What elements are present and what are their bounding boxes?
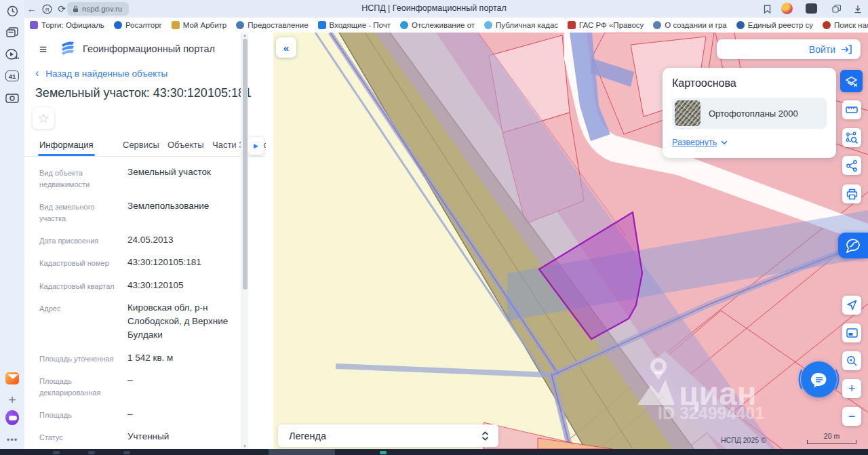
legend-label: Легенда [289, 431, 326, 441]
overview-map-button[interactable] [842, 323, 861, 342]
taskbar-icon[interactable] [53, 451, 60, 454]
browser-side-rail: 41 + ••• [0, 0, 24, 449]
coordinate-search-icon [846, 355, 857, 366]
bookmark-favicon [653, 21, 661, 29]
field-row: Кадастровый номер43:30:120105:181 [39, 256, 251, 269]
tabs-scroll-right-button[interactable]: ▶ [248, 137, 264, 155]
tabs-count-badge[interactable]: 41 [5, 69, 19, 83]
download-icon[interactable] [852, 3, 864, 15]
mail-icon[interactable] [5, 372, 19, 385]
basemap-title: Картооснова [672, 77, 827, 90]
panel-scrollbar[interactable]: ▲ ▼ [241, 33, 248, 449]
taskbar-active-app[interactable] [269, 449, 335, 455]
scale-bar: 20 m [807, 432, 856, 444]
ruler-icon [846, 106, 858, 114]
clear-layers-button[interactable] [840, 70, 863, 92]
extension-icon[interactable] [806, 3, 817, 14]
tab-services[interactable]: Сервисы [123, 140, 159, 150]
login-button[interactable]: Войти [717, 39, 861, 59]
bookmark-favicon [114, 21, 122, 29]
tab-information[interactable]: Информация [39, 140, 94, 150]
bookmark-flag-icon[interactable] [761, 3, 773, 15]
bookmark-item[interactable]: Росэлторг [114, 21, 162, 29]
bookmark-item[interactable]: О создании и гра [653, 21, 726, 29]
taskbar-icon[interactable] [123, 451, 130, 454]
basemap-panel: Картооснова Ортофотопланы 2000 Развернут… [663, 68, 836, 158]
screenshot-camera-icon[interactable] [5, 91, 19, 104]
print-button[interactable] [842, 184, 861, 203]
map-viewport[interactable]: циан ID 324994401 « Войти Картооснова Ор… [273, 33, 868, 449]
scroll-down-icon[interactable]: ▼ [243, 444, 247, 448]
scroll-up-icon[interactable]: ▲ [243, 33, 247, 37]
tab-objects[interactable]: Объекты [167, 140, 204, 150]
bookmark-item[interactable]: ГАС РФ «Правосу [568, 21, 644, 29]
zoom-in-button[interactable]: + [842, 379, 861, 398]
bookmark-item[interactable]: Торги: Официаль [30, 21, 104, 29]
portal-header: ≡ Геоинформационный портал [24, 39, 215, 58]
share-icon [846, 160, 857, 172]
bookmark-favicon [823, 21, 831, 29]
video-player-icon[interactable] [5, 47, 19, 61]
chevron-down-icon [721, 140, 728, 144]
bookmark-favicon [484, 21, 492, 29]
field-row: Кадастровый квартал43:30:120105 [39, 279, 251, 292]
taskbar-icon[interactable] [88, 451, 95, 454]
my-location-button[interactable] [842, 296, 861, 315]
chat-arcs-icon [796, 357, 842, 402]
area-search-icon [846, 132, 859, 144]
bookmark-favicon [318, 21, 326, 29]
measure-distance-button[interactable] [842, 100, 861, 119]
bookmark-favicon [400, 21, 408, 29]
favorite-star-button[interactable]: ☆ [33, 107, 54, 129]
chat-support-button[interactable] [801, 361, 837, 397]
alice-assistant-icon[interactable] [5, 411, 19, 424]
tab-title: НСПД | Геоинформационный портал [0, 3, 868, 13]
search-by-coordinates-button[interactable] [842, 351, 861, 370]
menu-icon[interactable]: ≡ [39, 43, 53, 56]
tabs-panel-icon[interactable] [830, 3, 842, 15]
attributes-list: Вид объекта недвижимостиЗемельный участо… [39, 165, 251, 449]
bookmark-item[interactable]: Входящие - Почт [318, 21, 391, 29]
measure-area-button[interactable] [842, 128, 861, 147]
zoom-out-button[interactable]: − [842, 407, 861, 426]
bookmarks-bar: Торги: Официаль Росэлторг Мой Арбитр Пре… [24, 18, 868, 33]
layers-off-icon [845, 75, 858, 87]
profile-avatar[interactable] [781, 3, 793, 14]
taskbar [0, 449, 868, 455]
bookmark-item[interactable]: Единый реестр су [736, 21, 813, 29]
field-row: Площадь декларированная– [39, 374, 251, 399]
scrollbar-thumb[interactable] [243, 39, 248, 290]
legend-bar[interactable]: Легенда [278, 424, 498, 447]
basemap-expand-link[interactable]: Развернуть [672, 138, 827, 147]
bookmark-item[interactable]: Предоставление [236, 21, 308, 29]
basemap-layer-item[interactable]: Ортофотопланы 2000 [672, 98, 827, 129]
chevron-left-icon: ‹ [35, 68, 39, 79]
field-row: СтатусУчтенный [39, 430, 251, 443]
bookmark-favicon [568, 21, 576, 29]
login-icon [841, 45, 852, 54]
bookmark-item[interactable]: Поиск наследстве [823, 21, 868, 29]
field-row: Дата присвоения24.05.2013 [39, 233, 251, 247]
collapse-panel-button[interactable]: « [276, 37, 296, 58]
field-row: Вид земельного участкаЗемлепользование [39, 199, 251, 224]
share-button[interactable] [842, 156, 861, 175]
rail-more-icon[interactable]: ••• [5, 433, 19, 446]
windows-icon[interactable] [5, 26, 19, 39]
bookmark-item[interactable]: Публичная кадас [484, 21, 558, 29]
browser-topbar: ← Я ⟳ nspd.gov.ru НСПД | Геоинформационн… [0, 0, 868, 18]
bookmark-item[interactable]: Мой Арбитр [172, 21, 226, 29]
map-attribution: НСПД 2025 © [721, 436, 766, 444]
back-link[interactable]: ‹ Назад в найденные объекты [35, 68, 167, 79]
taskbar-icon[interactable] [380, 451, 387, 454]
watermark-id: ID 324994401 [658, 403, 764, 422]
field-row: АдресКировская обл, р-н Слободской, д Ве… [39, 301, 251, 342]
minus-icon: − [848, 410, 856, 424]
add-panel-icon[interactable]: + [5, 393, 19, 407]
panorama-button[interactable] [838, 233, 868, 258]
bookmark-item[interactable]: Отслеживание от [400, 21, 475, 29]
panorama-icon [845, 238, 861, 253]
page-title: Земельный участок: 43:30:120105:181 [35, 86, 252, 100]
bookmark-favicon [736, 21, 745, 29]
history-icon[interactable] [5, 4, 19, 18]
location-arrow-icon [846, 300, 857, 311]
